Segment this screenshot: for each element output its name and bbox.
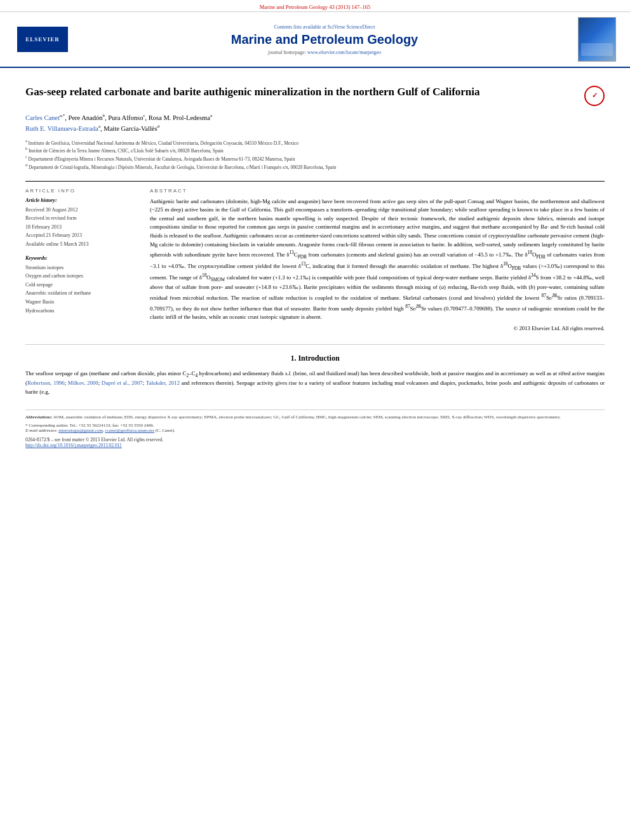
journal-header: ELSEVIER Contents lists available at Sci… (0, 12, 630, 68)
history-online: Available online 5 March 2013 (25, 240, 140, 249)
author-prol: , Rosa M. Prol-Ledesma (145, 114, 210, 121)
footer-issn: 0264-8172/$ – see front matter © 2013 El… (25, 437, 605, 448)
homepage-url[interactable]: www.elsevier.com/locate/marpetgeo (307, 50, 381, 55)
author-sup-garcia: d (158, 124, 160, 129)
keywords-label: Keywords: (25, 255, 140, 261)
ref-milkov[interactable]: Milkov, 2000 (68, 380, 98, 386)
keyword-strontium: Strontium isotopes (25, 263, 140, 272)
keyword-cold: Cold seepage (25, 281, 140, 290)
journal-title: Marine and Petroleum Geology (84, 32, 565, 47)
affiliation-c: c Departament d'Enginyeria Minera i Recu… (25, 154, 605, 163)
author-canet: Carles Canet (25, 114, 60, 121)
homepage-label: journal homepage: (268, 50, 307, 55)
keyword-wagner: Wagner Basin (25, 298, 140, 307)
journal-header-right (572, 17, 622, 62)
email-link-1[interactable]: mineralogia@gmail.com (58, 428, 103, 433)
crossmark-symbol: ✓ (592, 91, 598, 100)
footer-abbreviations: Abbreviations: AOM, anaerobic oxidation … (25, 414, 605, 421)
journal-header-left: ELSEVIER (8, 17, 77, 62)
crossmark-badge[interactable]: ✓ (584, 86, 605, 106)
keyword-oxygen: Oxygen and carbon isotopes (25, 272, 140, 281)
affiliation-a: a Instituto de Geofísica, Universidad Na… (25, 138, 605, 147)
article-info-label: ARTICLE INFO (25, 188, 140, 194)
elsevier-label: ELSEVIER (25, 36, 60, 43)
footer-contact: * Corresponding author. Tel.: +52 55 562… (25, 423, 605, 433)
author-sup-prol: a (210, 113, 212, 118)
journal-homepage: journal homepage: www.elsevier.com/locat… (84, 50, 565, 55)
section-divider (25, 344, 605, 345)
doi-link[interactable]: http://dx.doi.org/10.1016/j.marpetgeo.20… (25, 443, 122, 448)
author-garcia: , Maite García-Vallès (100, 125, 158, 132)
affiliations-section: a Instituto de Geofísica, Universidad Na… (25, 138, 605, 171)
journal-header-center: Contents lists available at SciVerse Sci… (84, 17, 565, 62)
keyword-hydrocarbons: Hydrocarbons (25, 307, 140, 316)
email-link-2[interactable]: ccanet@geofisica.unam.mx (105, 428, 154, 433)
affiliation-d: d Departament de Cristal·lografia, Miner… (25, 163, 605, 171)
article-info-column: ARTICLE INFO Article history: Received 3… (25, 188, 140, 333)
abstract-column: ABSTRACT Authigenic barite and carbonate… (150, 188, 605, 333)
journal-citation-text: Marine and Petroleum Geology 43 (2013) 1… (260, 4, 371, 10)
keyword-anaerobic: Anaerobic oxidation of methane (25, 289, 140, 298)
author-alfonso: , Pura Alfonso (105, 114, 143, 121)
history-revised-date: 18 February 2013 (25, 223, 140, 232)
elsevier-logo: ELSEVIER (17, 27, 68, 52)
article-info-abstract: ARTICLE INFO Article history: Received 3… (25, 181, 605, 333)
history-accepted: Accepted 21 February 2013 (25, 231, 140, 240)
journal-citation-bar: Marine and Petroleum Geology 43 (2013) 1… (0, 0, 630, 12)
abstract-label: ABSTRACT (150, 188, 605, 194)
author-anadon: , Pere Anadón (65, 114, 102, 121)
ref-robertson[interactable]: Robertson, 1996 (27, 380, 65, 386)
history-revised-label: Received in revised form (25, 214, 140, 223)
sciverse-text: Contents lists available at (274, 24, 328, 30)
sciverse-link[interactable]: Contents lists available at SciVerse Sci… (84, 24, 565, 30)
article-title-text: Gas-seep related carbonate and barite au… (25, 84, 578, 100)
author-villanueva: Ruth E. Villanueva-Estrada (25, 125, 98, 132)
sciverse-brand[interactable]: SciVerse ScienceDirect (328, 24, 375, 30)
affiliation-b: b Institut de Ciències de la Terra Jaume… (25, 146, 605, 154)
article-title-row: Gas-seep related carbonate and barite au… (25, 84, 605, 106)
ref-dupre[interactable]: Dupré et al., 2007 (102, 380, 143, 386)
history-received: Received 30 August 2012 (25, 206, 140, 215)
page-footer: Abbreviations: AOM, anaerobic oxidation … (25, 410, 605, 449)
ref-talukder[interactable]: Talukder, 2012 (146, 380, 180, 386)
journal-cover-image (578, 17, 616, 62)
abstract-text: Authigenic barite and carbonates (dolomi… (150, 197, 605, 322)
main-content: Gas-seep related carbonate and barite au… (0, 68, 630, 456)
abstract-copyright: © 2013 Elsevier Ltd. All rights reserved… (150, 324, 605, 333)
authors-section: Carles Caneta,*, Pere Anadónb, Pura Alfo… (25, 112, 605, 135)
intro-heading: 1. Introduction (25, 354, 605, 363)
intro-text: The seafloor seepage of gas (methane and… (25, 370, 605, 396)
history-label: Article history: (25, 197, 140, 203)
